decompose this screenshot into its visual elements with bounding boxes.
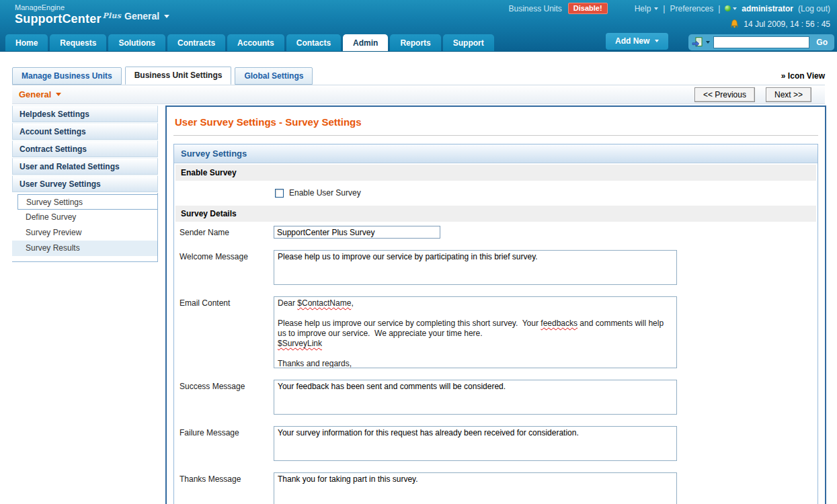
current-datetime: 14 Jul 2009, 14 : 56 : 45 [744,19,830,29]
survey-settings-panel: Survey Settings Enable Survey Enable Use… [173,144,818,504]
pager: << Previous Next >> [694,87,811,102]
business-unit-dropdown-label: General [124,11,159,22]
submenu-item-survey-results[interactable]: Survey Results [12,241,157,256]
settings-sidebar: Helpdesk Settings Account Settings Contr… [12,106,158,262]
toolbar-business-unit-label: General [19,89,51,99]
sender-name-input[interactable] [274,226,440,239]
tab-home[interactable]: Home [5,34,48,51]
sender-name-label: Sender Name [180,226,274,239]
alarm-bell-icon[interactable] [729,19,740,29]
admin-subtabs: Manage Business Units Business Unit Sett… [12,67,825,85]
welcome-message-row: Welcome Message Please help us to improv… [174,247,818,294]
next-button[interactable]: Next >> [766,87,811,102]
toolbar-business-unit-dropdown[interactable]: General [19,89,61,99]
search-input[interactable] [713,36,809,48]
logo-company: ManageEngine [15,3,121,12]
failure-message-label: Failure Message [180,426,274,461]
tab-contacts[interactable]: Contacts [286,34,341,51]
survey-settings-submenu: Survey Settings Define Survey Survey Pre… [12,193,158,262]
tab-contracts[interactable]: Contracts [167,34,225,51]
thanks-message-textarea[interactable]: Thank you for taking part in this survey… [274,472,677,504]
separator: | [663,4,665,13]
search-scope-icon [692,37,703,48]
sidebar-item-user-and-related-settings[interactable]: User and Related Settings [12,158,158,175]
logo-product-name: SupportCenter [15,12,102,26]
subtab-manage-business-units[interactable]: Manage Business Units [12,67,122,85]
app-logo: ManageEngine SupportCenterPlus [15,3,121,26]
business-units-label: Business Units [508,4,561,13]
thanks-message-label: Thanks Message [180,472,274,504]
search-category-dropdown[interactable] [692,37,710,48]
chevron-down-icon [654,7,658,10]
business-unit-toolbar: General << Previous Next >> [12,85,825,104]
subtab-global-settings[interactable]: Global Settings [235,67,313,85]
subtab-business-unit-settings[interactable]: Business Unit Settings [125,67,232,85]
success-message-label: Success Message [180,380,274,415]
section-survey-details: Survey Details [175,206,816,222]
content-panel: User Survey Settings - Survey Settings S… [165,106,826,504]
success-message-textarea[interactable]: Your feedback has been sent and comments… [274,380,677,415]
top-banner: ManageEngine SupportCenterPlus General B… [0,0,837,52]
add-new-label: Add New [615,36,649,46]
sender-name-row: Sender Name [174,223,818,247]
add-new-button[interactable]: Add New [606,33,668,50]
enable-survey-row: Enable User Survey [174,182,818,204]
welcome-message-label: Welcome Message [180,250,274,285]
submenu-item-survey-settings[interactable]: Survey Settings [17,194,157,210]
enable-user-survey-checkbox[interactable] [275,189,284,198]
logo-product: SupportCenterPlus [15,12,121,26]
logo-edition: Plus [103,11,121,20]
success-message-row: Success Message Your feedback has been s… [174,377,818,423]
page-title: User Survey Settings - Survey Settings [175,116,818,128]
banner-right: Business Units Disable! Help | Preferenc… [508,3,830,29]
welcome-message-textarea[interactable]: Please help us to improve our service by… [274,250,677,285]
separator: | [718,4,720,13]
help-label: Help [635,4,651,13]
thanks-message-row: Thanks Message Thank you for taking part… [174,470,818,504]
email-content-box[interactable]: Dear $ContactName, Please help us improv… [274,296,677,368]
chevron-down-icon [706,41,710,44]
chevron-down-icon [655,40,659,42]
tab-reports[interactable]: Reports [390,34,440,51]
failure-message-textarea[interactable]: Your survey information for this request… [274,426,677,461]
presence-status-icon [725,5,731,11]
email-content-label: Email Content [180,296,274,368]
logout-link[interactable]: (Log out) [798,4,830,13]
username: administrator [742,4,793,13]
tab-solutions[interactable]: Solutions [108,34,165,51]
global-search: Go [688,34,834,50]
sidebar-item-user-survey-settings[interactable]: User Survey Settings [12,175,158,192]
sidebar-item-account-settings[interactable]: Account Settings [12,123,158,140]
tab-admin[interactable]: Admin [343,34,388,51]
email-content-row: Email Content Dear $ContactName, Please … [174,294,818,377]
tab-requests[interactable]: Requests [50,34,106,51]
failure-message-row: Failure Message Your survey information … [174,423,818,470]
tab-support[interactable]: Support [443,34,494,51]
help-menu[interactable]: Help [635,4,659,13]
tab-accounts[interactable]: Accounts [227,34,284,51]
submenu-item-define-survey[interactable]: Define Survey [12,210,157,225]
preferences-link[interactable]: Preferences [670,4,713,13]
chevron-down-icon [164,15,169,18]
sidebar-item-contract-settings[interactable]: Contract Settings [12,140,158,157]
search-go-button[interactable]: Go [813,38,831,47]
sidebar-item-helpdesk-settings[interactable]: Helpdesk Settings [12,106,158,122]
submenu-item-survey-preview[interactable]: Survey Preview [12,225,157,241]
disable-button[interactable]: Disable! [568,3,608,14]
presence-menu[interactable] [725,5,737,11]
title-divider [173,135,818,136]
enable-user-survey-label: Enable User Survey [289,188,361,198]
business-unit-dropdown[interactable]: General [124,11,169,22]
main-layout: Helpdesk Settings Account Settings Contr… [12,106,837,504]
icon-view-link[interactable]: » Icon View [781,71,825,81]
chevron-down-icon [56,93,61,96]
panel-header: Survey Settings [174,144,818,163]
section-enable-survey: Enable Survey [175,165,816,181]
previous-button[interactable]: << Previous [694,87,755,102]
main-nav: Home Requests Solutions Contracts Accoun… [5,33,834,51]
chevron-down-icon [733,7,737,10]
